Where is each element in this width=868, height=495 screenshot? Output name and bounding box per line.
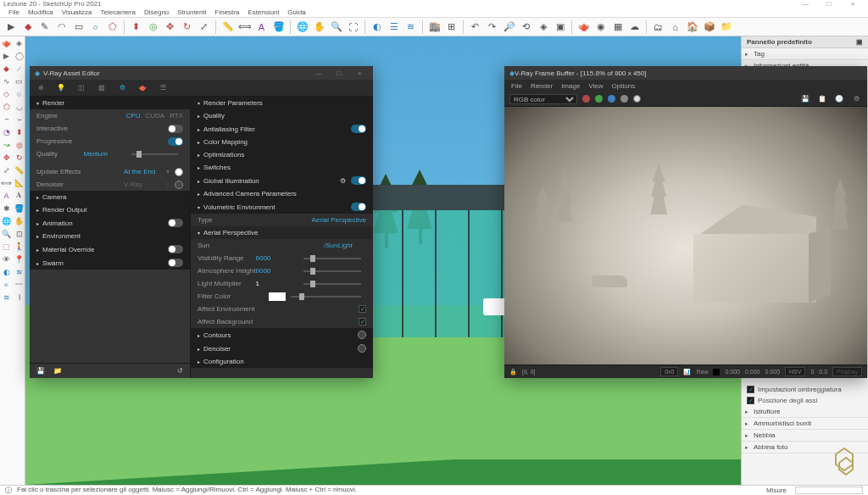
denoiser-toggle[interactable]: [175, 181, 183, 189]
lt-offset2-icon[interactable]: ◎: [13, 138, 25, 151]
pushpull-tool[interactable]: ⬍: [129, 19, 143, 34]
vfb-copy-icon[interactable]: 📋: [816, 93, 828, 105]
lt-freehand-icon[interactable]: ∿: [0, 75, 13, 87]
vfb-menu-options[interactable]: Options: [612, 82, 636, 90]
measure-input[interactable]: [795, 487, 863, 494]
lt-rect2-icon[interactable]: ▭: [13, 75, 25, 87]
menu-tools[interactable]: Strumenti: [177, 8, 206, 16]
settings-tab-icon[interactable]: ⚙: [116, 82, 128, 94]
vfb-menu-image[interactable]: Image: [561, 82, 580, 90]
lt-pos-icon[interactable]: 📍: [13, 253, 25, 265]
lt-sb2-icon[interactable]: ≈: [0, 278, 13, 291]
paint-tool[interactable]: 🪣: [271, 19, 286, 34]
vfb-mode[interactable]: HSV: [785, 367, 805, 376]
animation-section[interactable]: Animation: [30, 216, 190, 230]
rect-tool[interactable]: ▭: [71, 19, 86, 34]
lt-comp2-icon[interactable]: ⬚: [0, 240, 13, 253]
select-tool[interactable]: ▶: [3, 19, 18, 34]
vray-cloud-button[interactable]: ☁: [627, 19, 642, 34]
sec-advcam[interactable]: Advanced Camera Parameters: [191, 187, 373, 200]
tray-header[interactable]: Pannello predefinito▣: [742, 36, 868, 48]
arc-tool[interactable]: ◠: [54, 19, 69, 34]
lt-look-icon[interactable]: 👁: [0, 253, 13, 265]
sec-quality[interactable]: Quality: [191, 109, 373, 122]
filtercolor-slider[interactable]: [291, 296, 362, 298]
vray-render-button[interactable]: 🫖: [576, 19, 591, 34]
vfb-save-icon[interactable]: 💾: [799, 93, 811, 105]
engine-rtx[interactable]: RTX: [170, 112, 183, 120]
lt-select-icon[interactable]: ▶: [0, 49, 13, 62]
lt-walk-icon[interactable]: 🚶: [13, 240, 25, 253]
iso-tool[interactable]: ◈: [536, 19, 550, 34]
lt-push-icon[interactable]: ⬍: [13, 125, 25, 138]
render-output-section[interactable]: Render Output: [30, 203, 190, 216]
zoom2-tool[interactable]: 🔎: [502, 19, 516, 34]
camera-section[interactable]: Camera: [30, 191, 190, 203]
tray-check-axes[interactable]: ✓Posizione degli assi: [742, 395, 868, 406]
outliner-button[interactable]: 🗂: [651, 19, 665, 34]
dim-tool[interactable]: ⟺: [237, 19, 252, 34]
vray-interactive-button[interactable]: ◉: [593, 19, 608, 34]
sec-switch[interactable]: Switches: [191, 161, 373, 174]
lt-3parc-icon[interactable]: ⌣: [13, 113, 25, 125]
circle-tool[interactable]: ○: [88, 19, 103, 34]
channel-select[interactable]: RGB color: [509, 94, 577, 104]
environment-section[interactable]: Environment: [30, 230, 190, 242]
vfb-region[interactable]: 0x0: [660, 367, 678, 376]
sec-denoiser[interactable]: Denoiser: [191, 342, 373, 355]
alpha-channel-dot[interactable]: [620, 95, 628, 103]
redo-button[interactable]: ↷: [485, 19, 499, 34]
lt-sb1-icon[interactable]: ≋: [13, 265, 25, 278]
front-tool[interactable]: ▣: [553, 19, 567, 34]
lt-pan2-icon[interactable]: ✋: [13, 214, 25, 227]
minimize-button[interactable]: —: [793, 0, 817, 8]
aerial-header[interactable]: Aerial Perspective: [191, 226, 373, 239]
vfb-history-icon[interactable]: 🕑: [833, 93, 845, 105]
eraser-tool[interactable]: ◆: [20, 19, 35, 34]
lt-asset-icon[interactable]: ◈: [13, 36, 25, 49]
volenv-toggle[interactable]: [351, 203, 366, 211]
vray-close-button[interactable]: ×: [351, 70, 368, 77]
menu-camera[interactable]: Telecamera: [101, 8, 136, 16]
lt-circle2-icon[interactable]: ○: [13, 87, 25, 100]
lt-line2-icon[interactable]: ⟋: [13, 62, 25, 75]
vray-min-button[interactable]: —: [310, 70, 327, 77]
tray-item-fog[interactable]: Nebbia: [742, 430, 868, 442]
affectbg-checkbox[interactable]: ✓: [359, 318, 366, 325]
blue-channel-dot[interactable]: [608, 95, 615, 103]
engine-cuda[interactable]: CUDA: [145, 112, 164, 120]
animation-toggle[interactable]: [168, 219, 183, 227]
vfb-menu-file[interactable]: File: [511, 82, 522, 90]
folder-button[interactable]: 📁: [719, 19, 733, 34]
offset-tool[interactable]: ◎: [146, 19, 160, 34]
model-button[interactable]: 📦: [702, 19, 716, 34]
menu-help[interactable]: Guida: [287, 8, 305, 16]
sec-volenv[interactable]: Volumetric Environment: [191, 200, 373, 214]
sec-aa[interactable]: Antialiasing Filter: [191, 122, 373, 136]
denoiser2-toggle[interactable]: [358, 344, 366, 353]
polygon-tool[interactable]: ⬠: [105, 19, 120, 34]
geometry-tab-icon[interactable]: ◫: [75, 82, 87, 94]
lt-axes-icon[interactable]: ✱: [0, 202, 13, 214]
home-button[interactable]: 🏠: [685, 19, 699, 34]
zoom-tool[interactable]: 🔍: [329, 19, 343, 34]
menu-extensions[interactable]: Estensioni: [248, 8, 279, 16]
green-channel-dot[interactable]: [595, 95, 603, 103]
lt-sect2-icon[interactable]: ◐: [0, 265, 13, 278]
save-icon[interactable]: 💾: [36, 367, 45, 375]
engine-cpu[interactable]: CPU: [126, 112, 141, 120]
lt-vray-icon[interactable]: 🫖: [0, 36, 13, 49]
vfb-menu-render[interactable]: Render: [531, 82, 553, 90]
vray-viewport-button[interactable]: ▦: [610, 19, 625, 34]
text-tool[interactable]: A: [254, 19, 269, 34]
prev-tool[interactable]: ⟲: [519, 19, 533, 34]
swarm-toggle[interactable]: [168, 259, 183, 267]
lt-rotrect-icon[interactable]: ◇: [0, 87, 13, 100]
undo-button[interactable]: ↶: [468, 19, 482, 34]
tray-collapse-icon[interactable]: ▣: [856, 38, 863, 46]
vray-max-button[interactable]: □: [331, 70, 348, 77]
warehouse-tool[interactable]: 🏬: [427, 19, 442, 34]
lt-tape2-icon[interactable]: 📏: [13, 164, 25, 176]
lt-scale2-icon[interactable]: ⤢: [0, 164, 13, 176]
gi-toggle[interactable]: [351, 176, 366, 185]
